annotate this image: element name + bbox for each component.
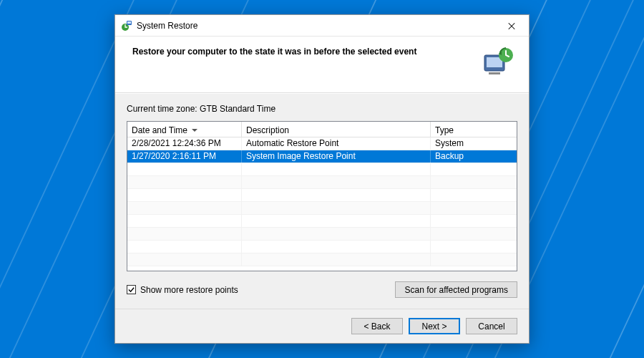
restore-hero-icon: [480, 45, 514, 79]
table-row-empty: [127, 253, 517, 266]
table-row-empty: [127, 241, 517, 253]
body-pane: Current time zone: GTB Standard Time Dat…: [115, 93, 529, 309]
cell-type: Backup: [431, 150, 517, 163]
scan-affected-button[interactable]: Scan for affected programs: [395, 281, 517, 298]
wizard-footer: < Back Next > Cancel: [115, 309, 529, 343]
header-pane: Restore your computer to the state it wa…: [115, 37, 529, 93]
next-button[interactable]: Next >: [409, 318, 460, 334]
timezone-label: Current time zone: GTB Standard Time: [127, 104, 517, 114]
table-row-empty: [127, 202, 517, 215]
table-row-empty: [127, 228, 517, 241]
cell-type: System: [431, 137, 517, 150]
restore-points-table: Date and Time Description Type 2/28/2021…: [127, 121, 517, 271]
close-icon: [507, 21, 516, 30]
column-label: Type: [435, 125, 454, 135]
table-row-empty: [127, 215, 517, 228]
column-date-and-time[interactable]: Date and Time: [127, 122, 242, 137]
table-row-empty: [127, 189, 517, 202]
table-row-empty: [127, 176, 517, 189]
page-heading: Restore your computer to the state it wa…: [132, 45, 470, 57]
column-label: Description: [246, 125, 289, 135]
table-row[interactable]: 1/27/2020 2:16:11 PMSystem Image Restore…: [127, 150, 517, 163]
cell-date: 2/28/2021 12:24:36 PM: [127, 137, 242, 150]
sort-desc-icon: [192, 129, 197, 132]
system-restore-dialog: System Restore Restore your computer to …: [114, 14, 530, 344]
svg-rect-2: [127, 21, 131, 24]
cell-date: 1/27/2020 2:16:11 PM: [127, 150, 242, 163]
checkbox-label: Show more restore points: [140, 285, 238, 295]
column-type[interactable]: Type: [431, 122, 517, 137]
table-row[interactable]: 2/28/2021 12:24:36 PMAutomatic Restore P…: [127, 137, 517, 150]
cell-desc: Automatic Restore Point: [242, 137, 431, 150]
cancel-button[interactable]: Cancel: [466, 318, 517, 334]
table-header: Date and Time Description Type: [127, 122, 517, 137]
table-body: 2/28/2021 12:24:36 PMAutomatic Restore P…: [127, 137, 517, 271]
show-more-checkbox[interactable]: Show more restore points: [127, 285, 238, 295]
svg-rect-5: [489, 72, 500, 74]
checkbox-box: [127, 285, 136, 294]
column-label: Date and Time: [132, 125, 187, 135]
cell-desc: System Image Restore Point: [242, 150, 431, 163]
titlebar: System Restore: [115, 15, 529, 37]
below-table-row: Show more restore points Scan for affect…: [127, 281, 517, 298]
table-row-empty: [127, 163, 517, 176]
checkmark-icon: [128, 286, 135, 293]
back-button[interactable]: < Back: [351, 318, 403, 334]
window-title: System Restore: [137, 21, 495, 31]
close-button[interactable]: [495, 16, 527, 36]
system-restore-icon: [121, 20, 132, 32]
column-description[interactable]: Description: [242, 122, 431, 137]
